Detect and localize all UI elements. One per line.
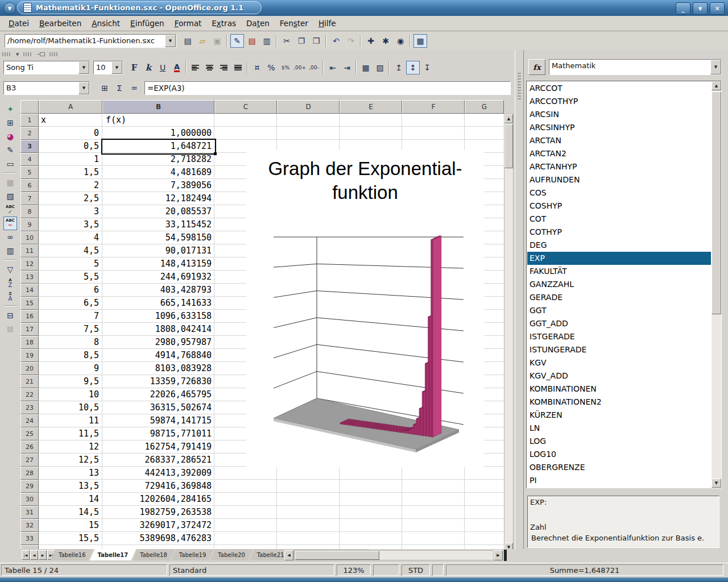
themes-icon[interactable]: ▧ bbox=[3, 189, 17, 203]
cell-B6[interactable]: 7,389056 bbox=[104, 179, 212, 192]
vertical-scroll-thumb[interactable] bbox=[504, 124, 513, 168]
cell-A8[interactable]: 3 bbox=[39, 205, 99, 218]
cell-A5[interactable]: 1,5 bbox=[39, 166, 99, 179]
font-color-button[interactable]: A bbox=[170, 61, 184, 74]
sort-descending-icon[interactable]: ZA bbox=[3, 290, 17, 304]
cell-B25[interactable]: 98715,771011 bbox=[104, 427, 212, 440]
cell-A14[interactable]: 6 bbox=[39, 284, 99, 297]
draw-functions-icon[interactable]: ✎ bbox=[3, 143, 17, 157]
chevron-down-icon[interactable]: ▼ bbox=[111, 61, 122, 74]
panel-splitter[interactable] bbox=[515, 50, 524, 549]
row-header-14[interactable]: 14 bbox=[20, 284, 39, 297]
cell-B7[interactable]: 12,182494 bbox=[104, 192, 212, 205]
function-item-cot[interactable]: COT bbox=[527, 213, 711, 226]
column-header-e[interactable]: E bbox=[340, 100, 402, 114]
font-name-combo[interactable]: Song Ti ▼ bbox=[3, 61, 90, 74]
stylist-icon[interactable]: ✱ bbox=[379, 34, 392, 48]
add-decimal-icon[interactable]: ,00+ bbox=[293, 61, 307, 74]
sheet-grid[interactable]: xf(x)01,0000000,51,64872112,7182821,54,4… bbox=[39, 114, 504, 549]
chart-object[interactable]: Graph der Exponential- funktion bbox=[246, 150, 484, 467]
function-item-log10[interactable]: LOG10 bbox=[527, 448, 711, 461]
row-header-32[interactable]: 32 bbox=[20, 519, 39, 532]
cell-B15[interactable]: 665,141633 bbox=[104, 297, 212, 310]
function-item-kürzen[interactable]: KÜRZEN bbox=[527, 409, 711, 422]
cell-B9[interactable]: 33,115452 bbox=[104, 218, 212, 231]
row-header-13[interactable]: 13 bbox=[20, 271, 39, 284]
sheet-tab-tabelle16[interactable]: Tabelle16 bbox=[51, 549, 94, 560]
undo-icon[interactable]: ↶ bbox=[329, 34, 343, 48]
menu-ansicht[interactable]: Ansicht bbox=[86, 16, 125, 30]
cell-B14[interactable]: 403,428793 bbox=[104, 284, 212, 297]
next-sheet-icon[interactable]: ▶ bbox=[39, 550, 47, 560]
cell-B28[interactable]: 442413,392009 bbox=[104, 467, 212, 480]
select-all-corner[interactable] bbox=[20, 100, 39, 114]
align-top-icon[interactable]: ↥ bbox=[392, 61, 406, 74]
row-header-3[interactable]: 3 bbox=[20, 140, 39, 153]
cell-A18[interactable]: 8 bbox=[39, 336, 99, 349]
horizontal-scrollbar[interactable] bbox=[295, 550, 494, 560]
cell-B30[interactable]: 1202604,284165 bbox=[104, 493, 212, 506]
function-item-arctanhyp[interactable]: ARCTANHYP bbox=[527, 160, 711, 173]
close-button[interactable]: ✕ bbox=[710, 2, 725, 15]
function-item-obergrenze[interactable]: OBERGRENZE bbox=[527, 461, 711, 474]
cell-B4[interactable]: 2,718282 bbox=[104, 153, 212, 166]
borders-icon[interactable]: ▦ bbox=[359, 61, 373, 74]
splitter-grip[interactable] bbox=[518, 73, 521, 101]
print-icon[interactable]: ▥ bbox=[260, 34, 274, 48]
cell-B20[interactable]: 8103,083928 bbox=[104, 362, 212, 375]
row-header-28[interactable]: 28 bbox=[20, 467, 39, 480]
cell-B29[interactable]: 729416,369848 bbox=[104, 480, 212, 493]
cell-A3[interactable]: 0,5 bbox=[39, 140, 99, 153]
row-header-18[interactable]: 18 bbox=[20, 336, 39, 349]
collapse-toolbar-icon[interactable]: ▼ bbox=[16, 52, 19, 57]
align-center-icon[interactable] bbox=[203, 61, 217, 74]
tab-scroll-left-icon[interactable]: ◀ bbox=[284, 550, 293, 560]
sheet-tab-tabelle17[interactable]: Tabelle17 bbox=[90, 549, 136, 560]
align-left-icon[interactable] bbox=[189, 61, 202, 74]
edit-file-icon[interactable]: ✎ bbox=[230, 34, 244, 48]
group-icon[interactable]: ⊟ bbox=[3, 309, 17, 322]
function-item-ggt[interactable]: GGT bbox=[527, 304, 711, 317]
cell-B8[interactable]: 20,085537 bbox=[104, 205, 212, 218]
sort-ascending-icon[interactable]: AZ bbox=[3, 276, 17, 290]
row-header-33[interactable]: 33 bbox=[20, 532, 39, 545]
toolbar-grip[interactable] bbox=[49, 52, 59, 56]
cell-A29[interactable]: 13,5 bbox=[39, 480, 99, 493]
row-header-30[interactable]: 30 bbox=[20, 493, 39, 506]
prev-sheet-icon[interactable]: ◀ bbox=[30, 550, 38, 560]
cell-A25[interactable]: 11,5 bbox=[39, 427, 99, 440]
function-autopilot-icon[interactable]: ⊞ bbox=[98, 81, 111, 95]
horizontal-scroll-thumb[interactable] bbox=[295, 551, 379, 560]
cell-A12[interactable]: 5 bbox=[39, 257, 99, 271]
column-header-d[interactable]: D bbox=[277, 100, 340, 114]
function-item-deg[interactable]: DEG bbox=[527, 239, 711, 252]
cell-B17[interactable]: 1808,042414 bbox=[104, 323, 212, 336]
cell-A17[interactable]: 7,5 bbox=[39, 323, 99, 336]
row-header-1[interactable]: 1 bbox=[20, 114, 39, 127]
cell-A21[interactable]: 9,5 bbox=[39, 375, 99, 388]
cell-B26[interactable]: 162754,791419 bbox=[104, 440, 212, 454]
cell-A11[interactable]: 4,5 bbox=[39, 244, 99, 257]
cell-B13[interactable]: 244,691932 bbox=[104, 271, 212, 284]
function-item-coshyp[interactable]: COSHYP bbox=[527, 199, 711, 213]
cell-B21[interactable]: 13359,726830 bbox=[104, 375, 212, 388]
cell-B24[interactable]: 59874,141715 bbox=[104, 414, 212, 427]
vertical-scrollbar[interactable]: ▲ ▼ bbox=[504, 114, 514, 552]
cell-B32[interactable]: 3269017,372472 bbox=[104, 519, 212, 532]
background-color-icon[interactable]: ▨ bbox=[373, 61, 387, 74]
minimize-button[interactable]: _ bbox=[676, 2, 690, 15]
scroll-right-icon[interactable]: ▶ bbox=[494, 550, 503, 560]
row-header-34[interactable]: 34 bbox=[20, 545, 39, 549]
autospellcheck-icon[interactable]: ABC~ bbox=[3, 217, 17, 230]
bold-button[interactable]: F bbox=[127, 61, 141, 74]
cell-B2[interactable]: 1,000000 bbox=[104, 127, 212, 140]
cell-B22[interactable]: 22026,465795 bbox=[104, 388, 212, 401]
cell-A22[interactable]: 10 bbox=[39, 388, 99, 401]
location-bar[interactable]: /home/rolf/Mathematik1-Funktionen.sxc ▼ bbox=[5, 34, 176, 48]
standard-format-icon[interactable]: $% bbox=[279, 61, 292, 74]
function-item-aufrunden[interactable]: AUFRUNDEN bbox=[527, 173, 711, 186]
function-item-gerade[interactable]: GERADE bbox=[527, 291, 711, 304]
function-list-scrollbar[interactable]: ▲ ▼ bbox=[712, 81, 721, 488]
row-header-27[interactable]: 27 bbox=[20, 454, 39, 467]
menu-einfgen[interactable]: Einfügen bbox=[125, 16, 169, 30]
